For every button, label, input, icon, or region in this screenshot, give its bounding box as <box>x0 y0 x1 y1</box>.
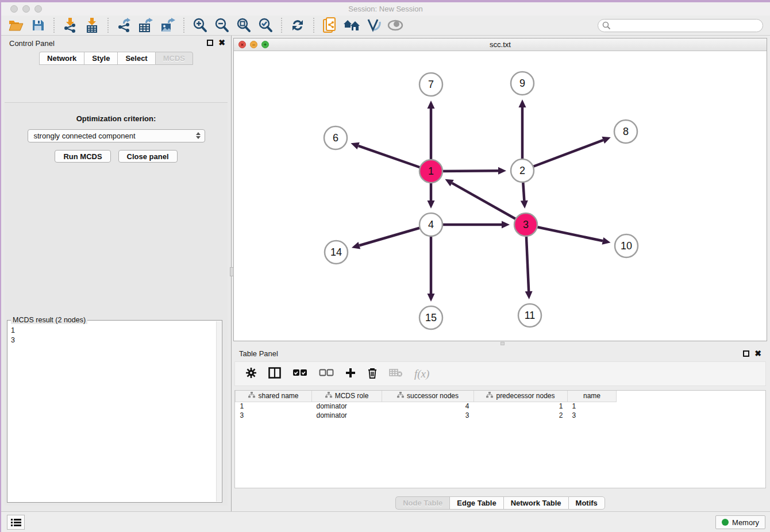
select-chevrons-icon <box>196 132 201 139</box>
column-header-shared-name[interactable]: shared name <box>236 391 312 402</box>
tab-motifs[interactable]: Motifs <box>568 496 605 510</box>
memory-label: Memory <box>732 518 759 527</box>
tab-node-table[interactable]: Node Table <box>395 496 449 510</box>
column-label: MCDS role <box>335 392 369 400</box>
graph-node-label: 6 <box>333 132 338 144</box>
export-network-icon[interactable] <box>115 17 133 34</box>
edge-3-1[interactable] <box>452 183 526 225</box>
column-header-predecessor-nodes[interactable]: predecessor nodes <box>474 391 568 402</box>
column-header-successor-nodes[interactable]: successor nodes <box>382 391 474 402</box>
delete-table-icon[interactable] <box>389 368 403 380</box>
maximize-window-icon[interactable] <box>34 5 42 13</box>
column-header-name[interactable]: name <box>568 391 617 402</box>
splitter-handle[interactable] <box>500 342 505 345</box>
export-table-icon[interactable] <box>137 17 155 34</box>
table-row[interactable]: 1dominator411 <box>236 402 617 411</box>
edge-arrow-icon <box>525 291 533 299</box>
close-table-panel-icon[interactable]: ✖ <box>754 350 761 357</box>
table-cell: dominator <box>312 411 382 420</box>
edge-2-8[interactable] <box>522 140 603 171</box>
application-window: Session: New Session <box>0 0 770 532</box>
tab-network[interactable]: Network <box>39 52 84 65</box>
import-table-icon[interactable] <box>83 17 101 34</box>
zoom-selected-icon[interactable] <box>256 17 275 34</box>
node-table: shared nameMCDS rolesuccessor nodesprede… <box>234 390 766 488</box>
optimization-select[interactable]: strongly connected component <box>28 129 205 142</box>
control-panel-title: Control Panel <box>9 39 55 48</box>
save-session-icon[interactable] <box>29 17 47 34</box>
graph-node-label: 3 <box>523 219 529 230</box>
table-panel-header: Table Panel ✖ <box>233 346 767 361</box>
table-tabs: Node Table Edge Table Network Table Moti… <box>233 496 767 511</box>
minimize-window-icon[interactable] <box>22 5 30 13</box>
zoom-out-icon[interactable] <box>213 17 231 34</box>
network-maximize-icon[interactable]: + <box>261 41 269 48</box>
table-cell: 3 <box>382 411 474 420</box>
settings-gear-icon[interactable] <box>245 367 257 381</box>
network-minimize-icon[interactable]: − <box>250 41 257 48</box>
network-window-title: scc.txt <box>490 40 511 49</box>
column-header-MCDS-role[interactable]: MCDS role <box>312 391 382 402</box>
network-canvas[interactable]: 7968124314101511 <box>234 51 767 341</box>
float-table-panel-icon[interactable] <box>743 350 749 357</box>
panel-splitter-handle[interactable] <box>230 267 234 276</box>
edge-arrow-icon <box>428 101 435 109</box>
edge-arrow-icon <box>428 201 435 209</box>
tab-edge-table[interactable]: Edge Table <box>449 496 503 510</box>
mcds-panel: Optimization criterion: strongly connect… <box>5 102 228 506</box>
tab-select[interactable]: Select <box>117 52 155 65</box>
edge-arrow-icon <box>602 137 610 144</box>
search-input[interactable] <box>598 19 763 32</box>
delete-column-icon[interactable] <box>367 367 378 381</box>
column-label: name <box>583 392 600 400</box>
close-panel-button[interactable]: Close panel <box>118 150 178 163</box>
toolbar-separator <box>53 18 55 33</box>
result-scrollbar[interactable] <box>216 321 221 502</box>
import-network-icon[interactable] <box>61 17 79 34</box>
graph-node-label: 4 <box>428 219 434 230</box>
table-cell: 2 <box>474 411 568 420</box>
split-panel-icon[interactable] <box>268 367 281 381</box>
graph-node-label: 10 <box>621 240 632 252</box>
home-icon[interactable] <box>342 17 361 34</box>
add-column-icon[interactable] <box>345 368 356 380</box>
task-history-button[interactable] <box>7 515 25 530</box>
network-graph[interactable]: 7968124314101511 <box>234 51 767 341</box>
tab-mcds[interactable]: MCDS <box>155 52 193 65</box>
tab-style[interactable]: Style <box>84 52 117 65</box>
edge-arrow-icon <box>428 294 435 302</box>
edge-arrow-icon <box>502 221 510 229</box>
zoom-fit-icon[interactable] <box>234 17 253 34</box>
table-panel: Table Panel ✖ <box>233 346 767 511</box>
toolbar-separator <box>281 18 282 33</box>
run-mcds-button[interactable]: Run MCDS <box>55 150 110 163</box>
vizmapper-icon[interactable] <box>364 17 383 34</box>
float-panel-icon[interactable] <box>207 40 213 46</box>
graph-node-label: 15 <box>425 312 437 323</box>
control-panel: Control Panel ✖ Network Style Select MCD… <box>1 36 232 511</box>
zoom-in-icon[interactable] <box>191 17 209 34</box>
column-label: predecessor nodes <box>496 392 555 400</box>
table-row[interactable]: 3dominator323 <box>236 411 617 420</box>
function-builder-icon[interactable]: f(x) <box>414 368 429 380</box>
eye-icon[interactable] <box>386 17 405 34</box>
sort-hierarchy-icon <box>325 392 332 400</box>
memory-button[interactable]: Memory <box>715 515 765 529</box>
tab-network-table[interactable]: Network Table <box>503 496 568 510</box>
network-file-icon[interactable] <box>321 17 339 34</box>
data-table: shared nameMCDS rolesuccessor nodesprede… <box>235 391 617 420</box>
graph-node-label: 11 <box>525 310 536 321</box>
close-panel-icon[interactable]: ✖ <box>218 40 225 46</box>
close-window-icon[interactable] <box>10 5 18 13</box>
select-all-icon[interactable] <box>292 369 307 379</box>
refresh-icon[interactable] <box>288 17 307 34</box>
main-area: Control Panel ✖ Network Style Select MCD… <box>1 36 770 511</box>
main-toolbar <box>1 16 770 36</box>
horizontal-splitter[interactable] <box>233 341 767 346</box>
network-close-icon[interactable]: × <box>238 41 246 48</box>
control-panel-tabs: Network Style Select MCDS <box>1 52 231 65</box>
export-image-icon[interactable] <box>159 17 177 34</box>
open-session-icon[interactable] <box>7 17 25 34</box>
mcds-result-title: MCDS result (2 nodes) <box>11 316 87 324</box>
deselect-all-icon[interactable] <box>319 369 334 379</box>
